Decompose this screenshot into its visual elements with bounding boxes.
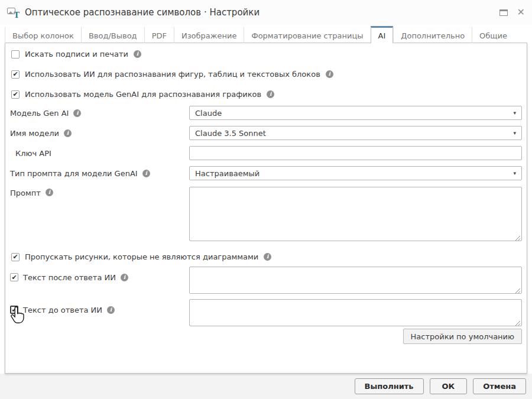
gen-ai-model-label: Модель Gen AI [10,109,69,118]
ocr-image-to-text-icon: T [7,7,20,19]
tab-pdf[interactable]: PDF [144,26,174,43]
window-titlebar: T Оптическое распознавание символов · На… [0,0,532,25]
gen-ai-model-label-group: Модель Gen AI i [10,106,81,120]
skip-non-diagrams-label: Пропускать рисунки, которые не являются … [25,252,258,261]
resize-handle-icon[interactable] [515,319,521,325]
gen-ai-model-row: Модель Gen AI i Claude ▾ [10,106,522,120]
text-after-ai-row: ✔ Текст после ответа ИИ i [10,267,522,294]
gen-ai-model-value: Claude [195,109,222,118]
info-icon[interactable]: i [326,70,333,78]
api-key-input[interactable] [189,146,522,160]
skip-non-diagrams-checkbox[interactable]: ✔ [11,253,20,261]
check-mark: ✔ [12,71,18,77]
info-icon[interactable]: i [64,129,72,137]
tab-column-selection[interactable]: Выбор колонок [5,26,81,43]
info-icon[interactable]: i [107,306,115,314]
find-signatures-label: Искать подписи и печати [25,50,128,59]
defaults-button[interactable]: Настройки по умолчанию [403,329,522,344]
prompt-type-label-group: Тип промпта для модели GenAI i [10,166,150,180]
use-ai-recognition-label: Использовать ИИ для распознавания фигур,… [25,70,320,79]
prompt-row: Промпт i [10,187,522,241]
resize-handle-icon[interactable] [515,234,521,240]
info-icon[interactable]: i [134,50,141,58]
tab-general[interactable]: Общие [472,26,514,43]
model-name-row: Имя модели i Claude 3.5 Sonnet ▾ [10,126,522,140]
text-after-ai-checkbox[interactable]: ✔ [10,273,18,281]
prompt-type-dropdown[interactable]: Настраиваемый ▾ [189,166,522,180]
check-mark: ✔ [12,254,18,260]
check-mark: ✔ [11,274,17,281]
info-icon[interactable]: i [73,109,81,117]
skip-non-diagrams-row: ✔ Пропускать рисунки, которые не являютс… [11,252,271,261]
resize-handle-icon[interactable] [515,287,521,293]
api-key-label-group: Ключ API [15,146,51,160]
prompt-type-value: Настраиваемый [195,169,259,178]
letter-t-glyph: T [14,11,20,19]
info-icon[interactable]: i [267,90,274,98]
tab-page-formatting[interactable]: Форматирование страницы [244,26,370,43]
use-genai-charts-checkbox[interactable]: ✔ [11,90,20,99]
tab-image[interactable]: Изображение [174,26,244,43]
tab-ai[interactable]: AI [371,26,394,44]
maximize-icon[interactable] [499,9,508,16]
check-mark: ✔ [12,91,18,98]
text-after-ai-label-group: ✔ Текст после ответа ИИ i [10,270,128,284]
prompt-type-row: Тип промпта для модели GenAI i Настраива… [10,166,522,180]
text-after-ai-label: Текст после ответа ИИ [23,273,116,282]
tab-advanced[interactable]: Дополнительно [393,26,472,43]
model-name-dropdown[interactable]: Claude 3.5 Sonnet ▾ [189,126,522,140]
gen-ai-model-dropdown[interactable]: Claude ▾ [189,106,522,120]
ok-button[interactable]: ОК [430,378,468,394]
info-icon[interactable]: i [264,253,271,261]
api-key-row: Ключ API [10,146,522,160]
text-after-ai-textarea-wrap [189,267,522,294]
use-ai-recognition-checkbox[interactable]: ✔ [11,70,20,79]
text-before-ai-label-group: ✔ Текст до ответа ИИ i [10,303,115,317]
use-ai-recognition-row: ✔ Использовать ИИ для распознавания фигу… [11,70,333,79]
ai-settings-panel: Искать подписи и печати i ✔ Использовать… [5,43,527,374]
settings-tab-bar: Выбор колонок Ввод/Вывод PDF Изображение… [5,26,527,43]
tab-input-output[interactable]: Ввод/Вывод [81,26,144,43]
prompt-label-group: Промпт i [10,187,53,201]
model-name-value: Claude 3.5 Sonnet [195,129,266,138]
model-name-label: Имя модели [10,129,59,138]
window-controls: ✕ [499,8,525,17]
text-before-ai-row: ✔ Текст до ответа ИИ i [10,299,522,326]
chevron-down-icon: ▾ [513,170,516,176]
run-button[interactable]: Выполнить [355,378,424,394]
prompt-textarea[interactable] [190,187,521,241]
find-signatures-checkbox[interactable] [11,50,20,59]
chevron-down-icon: ▾ [513,130,516,136]
text-after-ai-textarea[interactable] [190,267,521,293]
use-genai-charts-label: Использовать модель GenAI для распознава… [25,90,261,99]
text-before-ai-textarea[interactable] [190,300,521,326]
text-before-ai-label: Текст до ответа ИИ [23,306,102,314]
api-key-label: Ключ API [15,149,51,158]
info-icon[interactable]: i [121,274,128,281]
prompt-type-label: Тип промпта для модели GenAI [10,169,138,178]
prompt-textarea-wrap [189,187,522,241]
text-before-ai-textarea-wrap [189,299,522,326]
find-signatures-row: Искать подписи и печати i [11,50,141,59]
check-mark: ✔ [11,307,17,313]
model-name-label-group: Имя модели i [10,126,72,140]
chevron-down-icon: ▾ [513,110,516,116]
window-title: Оптическое распознавание символов · Наст… [25,7,259,18]
close-icon[interactable]: ✕ [517,8,525,17]
cancel-button[interactable]: Отмена [473,378,526,394]
text-before-ai-checkbox[interactable]: ✔ [10,306,18,314]
info-icon[interactable]: i [46,189,53,196]
dialog-footer: Выполнить ОК Отмена [0,374,532,399]
prompt-label: Промпт [10,189,41,197]
use-genai-charts-row: ✔ Использовать модель GenAI для распозна… [11,90,274,99]
info-icon[interactable]: i [142,170,150,177]
